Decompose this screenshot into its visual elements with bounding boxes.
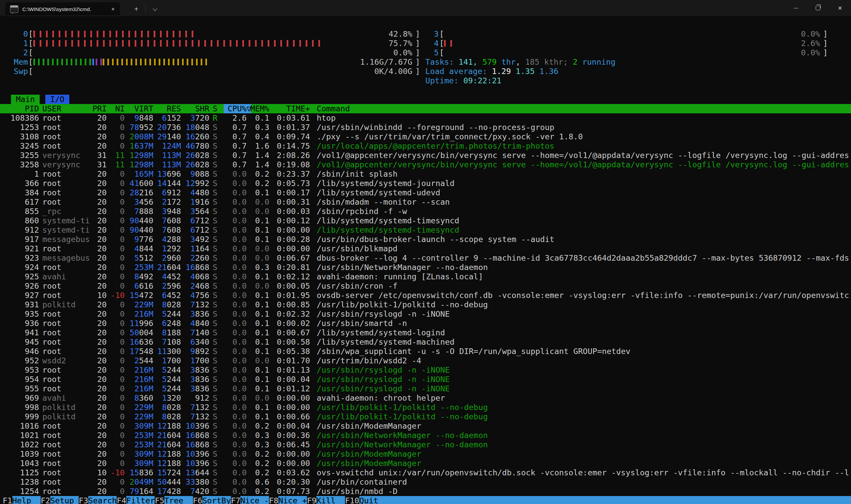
fkey-f9[interactable]: F9Kill: [307, 496, 345, 504]
restore-button[interactable]: [807, 0, 829, 16]
cell-command: /usr/sbin/winbindd --foreground --no-pro…: [317, 123, 849, 132]
fkey-f1[interactable]: F1Help: [3, 496, 41, 504]
tab-io[interactable]: I/O: [45, 95, 69, 104]
cell-cpu-pct: 0.0: [219, 365, 247, 375]
process-row[interactable]: 3255verysync31111298M113M26028S0.71.42:0…: [0, 151, 851, 160]
process-row[interactable]: 1021root200253M2160416868S0.00.30:00.36/…: [0, 431, 851, 440]
column-header-time[interactable]: TIME+: [271, 104, 310, 113]
column-header-cpu[interactable]: CPU%▽: [224, 104, 251, 113]
cell-pid: 969: [4, 393, 39, 403]
cell-mem-pct: 0.2: [248, 449, 269, 459]
process-row[interactable]: 946root20017548113009892S0.00.10:05.38/s…: [0, 347, 851, 356]
tab-dropdown-button[interactable]: [149, 4, 161, 14]
tab-main[interactable]: Main: [11, 95, 40, 104]
fkey-f3[interactable]: F3Search: [79, 496, 117, 504]
process-row[interactable]: 366root200416001414412992S0.00.20:05.73/…: [0, 179, 851, 188]
process-row[interactable]: 108386root200984861523720R2.60.10:03.61h…: [0, 113, 851, 123]
column-header-mem[interactable]: MEM%: [250, 104, 269, 113]
cell-virt: 1637M: [125, 141, 153, 151]
process-row[interactable]: 855_rpc200788839483564S0.00.00:00.03/sbi…: [0, 207, 851, 216]
process-row[interactable]: 935root200216M52443836S0.00.10:02.32/usr…: [0, 309, 851, 319]
cell-virt: 6616: [125, 281, 153, 291]
minimize-button[interactable]: [785, 0, 807, 16]
cell-mem-pct: 0.0: [248, 281, 269, 291]
cell-res: 8028: [154, 300, 181, 309]
fkey-key: F1: [3, 496, 12, 504]
process-row[interactable]: 953root200216M52443836S0.00.10:01.13/usr…: [0, 365, 851, 375]
process-row[interactable]: 969avahi20083601320912S0.00.00:00.00avah…: [0, 393, 851, 403]
fkey-f6[interactable]: F6SortBy: [193, 496, 231, 504]
cell-ni: 0: [107, 375, 125, 384]
process-row[interactable]: 1253root200789522073618048S0.70.30:01.37…: [0, 123, 851, 132]
cell-ni: 0: [107, 319, 125, 328]
process-row[interactable]: 1043root200309M1218810396S0.00.20:00.00/…: [0, 459, 851, 468]
fkey-f7[interactable]: F7Nice -: [231, 496, 269, 504]
process-row[interactable]: 954root200216M52443836S0.00.10:00.04/usr…: [0, 375, 851, 384]
cell-pri: 20: [83, 309, 107, 319]
column-header-shr[interactable]: SHR: [182, 104, 209, 113]
process-row[interactable]: 955root200216M52443836S0.00.10:01.12/usr…: [0, 384, 851, 393]
process-row[interactable]: 1039root200309M1218810396S0.00.20:00.00/…: [0, 449, 851, 459]
cell-state: S: [213, 319, 218, 328]
process-row[interactable]: 923messagebus200551229602260S0.00.00:06.…: [0, 253, 851, 263]
cell-pri: 20: [83, 347, 107, 356]
process-row[interactable]: 3245root2001637M124M46780S0.71.60:14.75/…: [0, 141, 851, 151]
process-row[interactable]: 1016root200309M1218810396S0.00.20:00.04/…: [0, 421, 851, 431]
cell-shr: 3836: [182, 365, 209, 375]
process-row[interactable]: 924root200253M2160416868S0.00.30:20.81/u…: [0, 263, 851, 272]
cell-shr: 3836: [182, 309, 209, 319]
process-row[interactable]: 936root2001199662484840S0.00.10:00.02/us…: [0, 319, 851, 328]
process-row[interactable]: 1125root10-10158361572413644S0.00.20:03.…: [0, 468, 851, 477]
process-row[interactable]: 1238root2002049M5044433380S0.00.60:20.30…: [0, 477, 851, 487]
process-row[interactable]: 941root2005000481887140S0.00.10:00.67/li…: [0, 328, 851, 337]
cell-state: S: [213, 403, 218, 412]
fkey-f10[interactable]: F10Quit: [345, 496, 378, 504]
new-tab-button[interactable]: +: [131, 4, 142, 14]
process-row[interactable]: 1254root20079164174287420S0.00.20:07.73/…: [0, 487, 851, 496]
cell-mem-pct: 0.1: [248, 365, 269, 375]
terminal-tab[interactable]: C:\WINDOWS\system32\cmd. ✕: [5, 2, 120, 16]
process-row[interactable]: 926root200661625962468S0.00.00:00.05/usr…: [0, 281, 851, 291]
bracket: ]: [415, 39, 420, 48]
cell-command: /lib/systemd/systemd-journald: [317, 179, 849, 188]
process-row[interactable]: 912systemd-ti2009044076086712S0.00.10:00…: [0, 225, 851, 235]
cell-time: 0:00.36: [271, 431, 310, 440]
fkey-f2[interactable]: F2Setup: [41, 496, 79, 504]
column-header-virt[interactable]: VIRT: [125, 104, 153, 113]
fkey-f4[interactable]: F4Filter: [117, 496, 155, 504]
cell-pid: 924: [4, 263, 39, 272]
cell-pid: 917: [4, 235, 39, 244]
process-row[interactable]: 384root2002821669124480S0.00.10:00.17/li…: [0, 188, 851, 197]
fkey-f8[interactable]: F8Nice +: [269, 496, 307, 504]
process-row[interactable]: 931polkitd200229M80287132S0.00.10:00.85/…: [0, 300, 851, 309]
close-button[interactable]: ✕: [829, 0, 851, 16]
fkey-f5[interactable]: F5Tree: [155, 496, 193, 504]
process-row[interactable]: 921root200484412921164S0.00.00:00.00/usr…: [0, 244, 851, 253]
fkey-key: F5: [155, 496, 164, 504]
column-header-s[interactable]: S: [213, 104, 218, 113]
cell-mem-pct: 0.0: [248, 197, 269, 207]
process-row[interactable]: 927root10-101547264524756S0.00.10:01.95o…: [0, 291, 851, 300]
column-header-cmd[interactable]: Command: [317, 104, 849, 113]
process-row[interactable]: 952wsdd2200254417001700S0.00.00:01.70/us…: [0, 356, 851, 365]
process-row[interactable]: 998polkitd200229M80287132S0.00.10:00.00/…: [0, 403, 851, 412]
process-row[interactable]: 1root200165M136969088S0.00.20:23.37/sbin…: [0, 169, 851, 179]
process-row[interactable]: 999polkitd200229M80287132S0.00.10:00.66/…: [0, 412, 851, 421]
process-row[interactable]: 917messagebus200977642883492S0.00.10:00.…: [0, 235, 851, 244]
cell-res: 4452: [154, 272, 181, 281]
process-row[interactable]: 945root2001663671086340S0.00.10:00.58/li…: [0, 337, 851, 347]
column-header-pid[interactable]: PID: [4, 104, 39, 113]
process-row[interactable]: 3108root2002008M2914016260S0.70.40:09.74…: [0, 132, 851, 141]
process-row[interactable]: 617root200345621721916S0.00.00:00.31/sbi…: [0, 197, 851, 207]
column-header-pri[interactable]: PRI: [83, 104, 107, 113]
cell-pid: 941: [4, 328, 39, 337]
process-row[interactable]: 1022root200253M2160416868S0.00.30:06.45/…: [0, 440, 851, 449]
column-header-res[interactable]: RES: [154, 104, 181, 113]
process-row[interactable]: 3258verysync31111298M113M26028S0.71.40:1…: [0, 160, 851, 169]
process-row[interactable]: 925avahi200849244524068S0.00.10:02.12ava…: [0, 272, 851, 281]
column-header-ni[interactable]: NI: [107, 104, 125, 113]
cell-pri: 20: [83, 179, 107, 188]
cell-mem-pct: 0.0: [248, 393, 269, 403]
tab-close-icon[interactable]: ✕: [109, 5, 117, 14]
process-row[interactable]: 860systemd-ti2009044076086712S0.00.10:00…: [0, 216, 851, 225]
